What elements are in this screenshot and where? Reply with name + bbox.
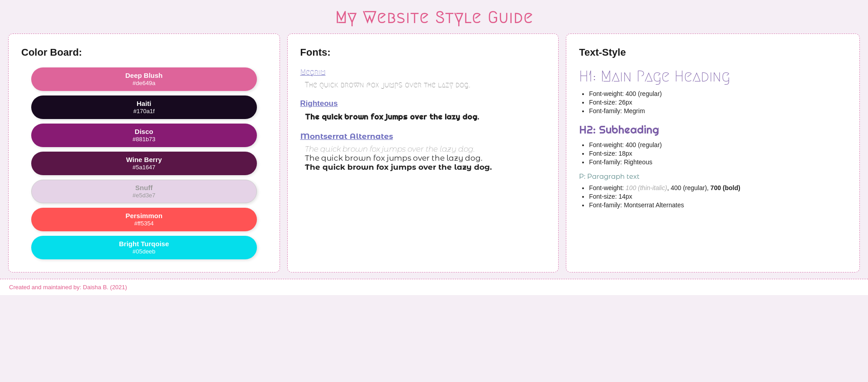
color-board-panel: Color Board: Deep Blush #de649a Haiti #1… — [8, 33, 280, 272]
font-montserrat-section: Montserrat Alternates The quick brown fo… — [300, 132, 546, 172]
page-title: My Website Style Guide — [0, 0, 868, 33]
swatch-disco: Disco #881b73 — [31, 124, 257, 147]
font-righteous-link[interactable]: Righteous — [300, 99, 338, 108]
h2-bullet-list: Font-weight: 400 (regular) Font-size: 18… — [579, 141, 847, 166]
swatch-deep-blush: Deep Blush #de649a — [31, 67, 257, 91]
h2-bullet-2: Font-size: 18px — [589, 150, 847, 157]
thin-italic-label: 100 (thin-italic) — [626, 184, 667, 191]
text-style-title: Text-Style — [579, 47, 847, 58]
swatch-snuff: Snuff #e5d3e7 — [31, 180, 257, 203]
text-style-panel: Text-Style H1: Main Page Heading Font-we… — [566, 33, 860, 272]
swatch-wine-berry: Wine Berry #5a1647 — [31, 152, 257, 175]
font-megrim-link[interactable]: Megrim — [300, 68, 326, 76]
p-bullet-1: Font-weight: 100 (thin-italic), 400 (reg… — [589, 184, 847, 191]
h1-bullet-1: Font-weight: 400 (regular) — [589, 90, 847, 97]
h1-bullet-3: Font-family: Megrim — [589, 107, 847, 115]
swatch-bright-turqoise: Bright Turqoise #05deeb — [31, 236, 257, 259]
bold-label: 700 (bold) — [711, 184, 740, 191]
font-montserrat-preview-bold: The quick brown fox jumps over the lazy … — [300, 162, 546, 172]
font-megrim-preview: The quick brown fox jumps over the lazy … — [300, 80, 546, 89]
font-montserrat-link[interactable]: Montserrat Alternates — [300, 132, 393, 141]
footer: Created and maintained by: Daisha B. (20… — [0, 279, 868, 295]
swatch-persimmon: Persimmon #ff5354 — [31, 208, 257, 231]
font-righteous-preview: The quick brown fox jumps over the lazy … — [300, 112, 546, 122]
h1-bullet-list: Font-weight: 400 (regular) Font-size: 26… — [579, 90, 847, 115]
font-megrim-section: Megrim The quick brown fox jumps over th… — [300, 67, 546, 89]
font-righteous-section: Righteous The quick brown fox jumps over… — [300, 99, 546, 122]
p-bullet-3: Font-family: Montserrat Alternates — [589, 201, 847, 209]
main-content: Color Board: Deep Blush #de649a Haiti #1… — [0, 33, 868, 276]
h1-bullet-2: Font-size: 26px — [589, 99, 847, 106]
text-style-p-label: P: Paragraph text — [579, 172, 847, 181]
h2-bullet-1: Font-weight: 400 (regular) — [589, 141, 847, 148]
fonts-panel: Fonts: Megrim The quick brown fox jumps … — [287, 33, 559, 272]
font-montserrat-preview-regular: The quick brown fox jumps over the lazy … — [300, 153, 546, 162]
text-style-h2-heading: H2: Subheading — [579, 123, 847, 137]
text-style-h1-heading: H1: Main Page Heading — [579, 67, 847, 86]
footer-text: Created and maintained by: Daisha B. (20… — [9, 284, 127, 291]
color-swatches: Deep Blush #de649a Haiti #170a1f Disco #… — [21, 67, 267, 259]
h2-bullet-3: Font-family: Righteous — [589, 158, 847, 166]
font-montserrat-preview-italic: The quick brown fox jumps over the lazy … — [300, 144, 546, 153]
fonts-title: Fonts: — [300, 47, 546, 58]
p-bullet-2: Font-size: 14px — [589, 193, 847, 200]
swatch-haiti: Haiti #170a1f — [31, 96, 257, 119]
color-board-title: Color Board: — [21, 47, 267, 58]
p-bullet-list: Font-weight: 100 (thin-italic), 400 (reg… — [579, 184, 847, 209]
